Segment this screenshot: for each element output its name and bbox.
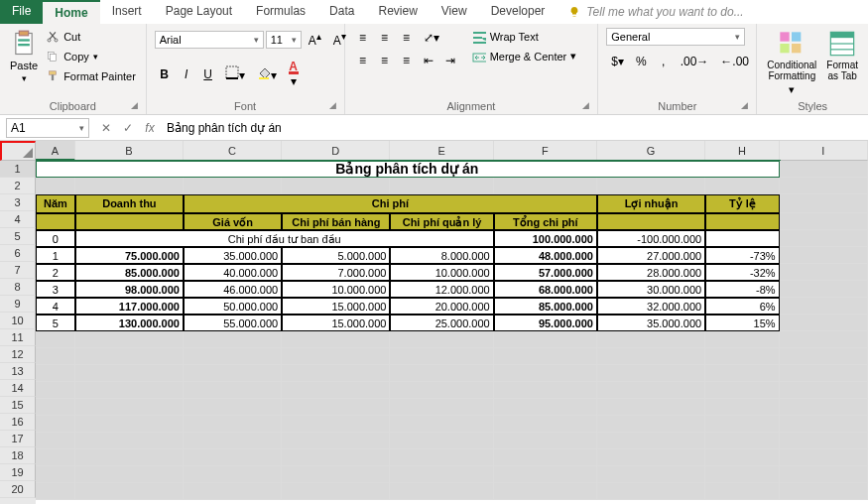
cell[interactable]	[75, 365, 184, 382]
cell[interactable]	[75, 416, 184, 433]
number-launcher[interactable]: ◢	[741, 100, 748, 110]
row-header-19[interactable]: 19	[0, 464, 36, 481]
cell[interactable]	[780, 416, 868, 433]
cell[interactable]	[494, 365, 597, 382]
alignment-launcher[interactable]: ◢	[582, 100, 589, 110]
conditional-formatting-button[interactable]: Conditional Formatting▾	[765, 28, 818, 98]
row-header-15[interactable]: 15	[0, 397, 36, 414]
col-header-F[interactable]: F	[494, 141, 597, 161]
data-cell[interactable]: 27.000.000	[597, 247, 705, 264]
cell[interactable]	[36, 433, 75, 449]
data-cell[interactable]: 3	[36, 281, 75, 298]
cell[interactable]	[494, 382, 597, 399]
cell[interactable]	[780, 433, 868, 449]
cell[interactable]	[36, 348, 75, 365]
row-header-4[interactable]: 4	[0, 211, 36, 228]
cell[interactable]	[390, 416, 493, 433]
merge-center-button[interactable]: Merge & Center ▾	[472, 48, 577, 64]
cut-button[interactable]: Cut	[46, 28, 136, 45]
hdr-giavon[interactable]: Giá vốn	[184, 213, 282, 230]
align-center-button[interactable]: ≡	[375, 51, 395, 70]
insert-function-button[interactable]: fx	[139, 121, 161, 135]
cell[interactable]	[390, 178, 493, 194]
row-header-13[interactable]: 13	[0, 363, 36, 380]
data-cell[interactable]: -32%	[705, 264, 779, 281]
number-format-combo[interactable]: General▾	[606, 28, 745, 46]
select-all-corner[interactable]	[0, 141, 36, 161]
data-cell[interactable]: 46.000.000	[184, 281, 282, 298]
col-header-I[interactable]: I	[780, 141, 868, 161]
cell[interactable]	[75, 331, 184, 348]
data-cell[interactable]: 8.000.000	[390, 247, 493, 264]
cell[interactable]	[390, 365, 493, 382]
indent-increase-button[interactable]: ⇥	[440, 51, 460, 70]
cell[interactable]	[597, 365, 705, 382]
data-cell[interactable]: 6%	[705, 298, 779, 315]
data-cell[interactable]: 32.000.000	[597, 298, 705, 315]
cell[interactable]	[282, 331, 390, 348]
data-cell[interactable]: 55.000.000	[184, 315, 282, 331]
data-cell[interactable]: 7.000.000	[282, 264, 390, 281]
row-header-10[interactable]: 10	[0, 313, 36, 329]
font-launcher[interactable]: ◢	[329, 100, 336, 110]
data-cell[interactable]: 130.000.000	[75, 315, 184, 331]
data-cell[interactable]: -73%	[705, 247, 779, 264]
data-cell[interactable]: 98.000.000	[75, 281, 184, 298]
data-cell[interactable]: 28.000.000	[597, 264, 705, 281]
cell[interactable]	[184, 178, 282, 194]
tab-file[interactable]: File	[0, 0, 43, 24]
data-cell[interactable]: 1	[36, 247, 75, 264]
cell[interactable]	[705, 416, 779, 433]
cell[interactable]	[36, 449, 75, 466]
cell[interactable]	[282, 382, 390, 399]
cell[interactable]	[282, 348, 390, 365]
align-bottom-button[interactable]: ≡	[397, 28, 417, 48]
cell[interactable]	[184, 449, 282, 466]
formula-input[interactable]	[161, 119, 868, 137]
cell[interactable]	[282, 178, 390, 194]
col-header-A[interactable]: A	[36, 141, 75, 161]
cell[interactable]	[184, 365, 282, 382]
cell[interactable]	[597, 178, 705, 194]
cell[interactable]	[597, 348, 705, 365]
data-cell[interactable]: 50.000.000	[184, 298, 282, 315]
cell[interactable]	[282, 483, 390, 500]
orientation-button[interactable]: ⤢▾	[419, 28, 444, 48]
data-cell[interactable]: 85.000.000	[75, 264, 184, 281]
data-cell[interactable]: 48.000.000	[494, 247, 597, 264]
row-header-12[interactable]: 12	[0, 346, 36, 363]
cell[interactable]	[390, 348, 493, 365]
cell[interactable]	[705, 483, 779, 500]
font-name-combo[interactable]: Arial▾	[155, 31, 264, 49]
cell[interactable]	[184, 331, 282, 348]
cell[interactable]	[597, 466, 705, 483]
cell[interactable]	[705, 348, 779, 365]
copy-button[interactable]: Copy ▾	[46, 48, 136, 64]
row-header-9[interactable]: 9	[0, 296, 36, 313]
cell[interactable]	[75, 466, 184, 483]
align-left-button[interactable]: ≡	[353, 51, 373, 70]
cell[interactable]	[780, 365, 868, 382]
row-header-18[interactable]: 18	[0, 447, 36, 464]
tab-home[interactable]: Home	[43, 0, 99, 24]
wrap-text-button[interactable]: Wrap Text	[472, 28, 577, 45]
clipboard-launcher[interactable]: ◢	[131, 100, 138, 110]
cell[interactable]	[494, 331, 597, 348]
data-cell[interactable]: 35.000.000	[184, 247, 282, 264]
data-cell[interactable]: 117.000.000	[75, 298, 184, 315]
col-header-E[interactable]: E	[390, 141, 493, 161]
italic-button[interactable]: I	[177, 64, 196, 84]
format-table-button[interactable]: Format as Tab	[824, 28, 860, 83]
data-cell[interactable]: 30.000.000	[597, 281, 705, 298]
cell[interactable]	[494, 348, 597, 365]
table-title[interactable]: Bảng phân tích dự án	[36, 161, 780, 178]
cell[interactable]	[75, 178, 184, 194]
cell[interactable]	[36, 178, 75, 194]
cell[interactable]	[780, 483, 868, 500]
align-middle-button[interactable]: ≡	[375, 28, 395, 48]
cell[interactable]	[36, 365, 75, 382]
cell[interactable]	[780, 399, 868, 416]
cell[interactable]	[705, 331, 779, 348]
tab-page-layout[interactable]: Page Layout	[154, 0, 244, 24]
data-cell[interactable]: 57.000.000	[494, 264, 597, 281]
